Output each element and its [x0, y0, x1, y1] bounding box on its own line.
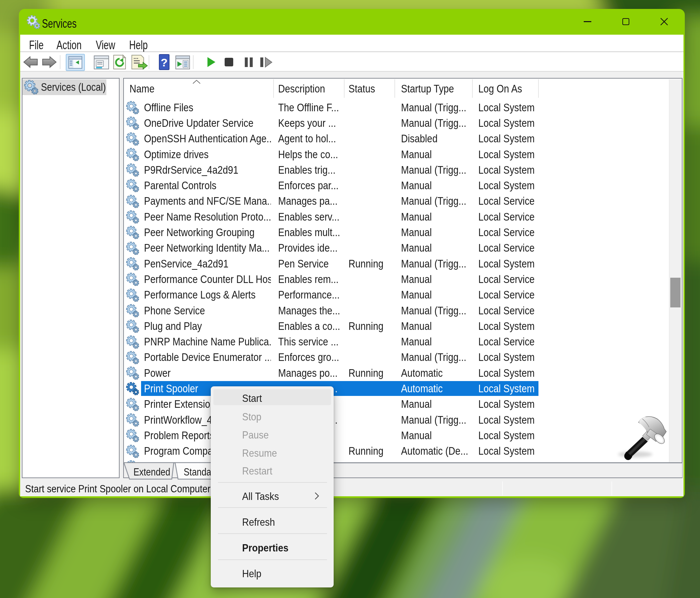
svg-text:?: ?: [161, 56, 168, 69]
